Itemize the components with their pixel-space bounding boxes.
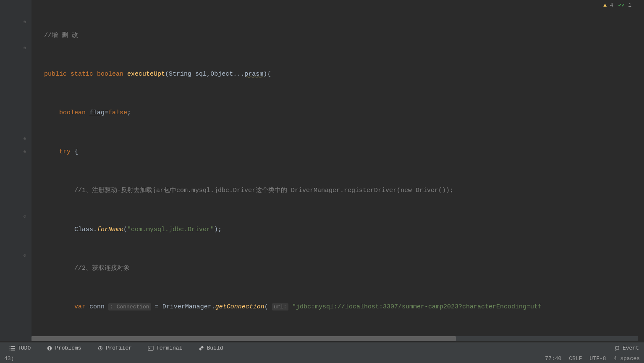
- inspection-indicators[interactable]: ▲ 4 ✔✔ 1: [603, 2, 631, 8]
- editor-area: ⊖ ⊖ ⊖ ⊖ ⊖ ⊖ //增 删 改 public static boolea…: [0, 0, 644, 341]
- svg-rect-10: [148, 346, 153, 350]
- gutter[interactable]: ⊖ ⊖ ⊖ ⊖ ⊖ ⊖: [0, 0, 31, 341]
- terminal-button[interactable]: Terminal: [144, 343, 186, 353]
- caret-position[interactable]: 77:40: [545, 355, 561, 362]
- tool-label: TODO: [18, 345, 31, 351]
- fold-marker[interactable]: ⊖: [24, 214, 29, 219]
- problems-button[interactable]: Problems: [42, 343, 85, 353]
- fold-marker[interactable]: ⊖: [24, 45, 29, 50]
- bottom-toolbar: TODO Problems Profiler Terminal Build Ev…: [0, 342, 644, 354]
- fold-marker[interactable]: ⊖: [24, 19, 29, 24]
- svg-point-11: [615, 346, 619, 350]
- status-bar: 43) 77:40 CRLF UTF-8 4 spaces: [0, 354, 644, 363]
- line-separator[interactable]: CRLF: [569, 355, 582, 362]
- terminal-icon: [148, 345, 154, 351]
- profiler-button[interactable]: Profiler: [93, 343, 136, 353]
- check-indicator[interactable]: ✔✔ 1: [618, 2, 631, 8]
- hammer-icon: [198, 345, 204, 351]
- code-content[interactable]: //增 删 改 public static boolean executeUpt…: [31, 0, 644, 341]
- svg-rect-0: [10, 346, 10, 347]
- tool-label: Terminal: [156, 345, 182, 351]
- tool-label: Event: [623, 345, 639, 351]
- tool-label: Build: [207, 345, 223, 351]
- svg-rect-4: [10, 350, 10, 350]
- file-encoding[interactable]: UTF-8: [590, 355, 606, 362]
- scrollbar-thumb[interactable]: [31, 336, 456, 341]
- svg-rect-3: [11, 348, 15, 349]
- build-button[interactable]: Build: [194, 343, 227, 353]
- todo-button[interactable]: TODO: [5, 343, 35, 353]
- svg-rect-5: [11, 350, 15, 350]
- list-icon: [9, 345, 15, 351]
- svg-rect-1: [11, 346, 15, 347]
- warning-indicator[interactable]: ▲ 4: [603, 2, 613, 8]
- svg-rect-8: [49, 349, 50, 350]
- warning-icon: ▲: [603, 2, 607, 8]
- indent-setting[interactable]: 4 spaces: [614, 355, 640, 362]
- error-icon: [47, 345, 52, 351]
- event-log-button[interactable]: Event: [614, 345, 639, 351]
- tool-label: Profiler: [106, 345, 132, 351]
- fold-marker[interactable]: ⊖: [24, 136, 29, 141]
- svg-rect-2: [10, 348, 10, 349]
- comment: //增 删 改: [44, 32, 78, 39]
- fold-marker[interactable]: ⊖: [24, 253, 29, 258]
- speech-icon: [614, 345, 620, 351]
- fold-marker[interactable]: ⊖: [24, 149, 29, 154]
- profiler-icon: [97, 345, 103, 351]
- status-left: 43): [4, 355, 14, 362]
- tool-label: Problems: [55, 345, 81, 351]
- svg-rect-7: [49, 347, 50, 348]
- horizontal-scrollbar[interactable]: [31, 336, 638, 341]
- check-icon: ✔✔: [618, 2, 625, 8]
